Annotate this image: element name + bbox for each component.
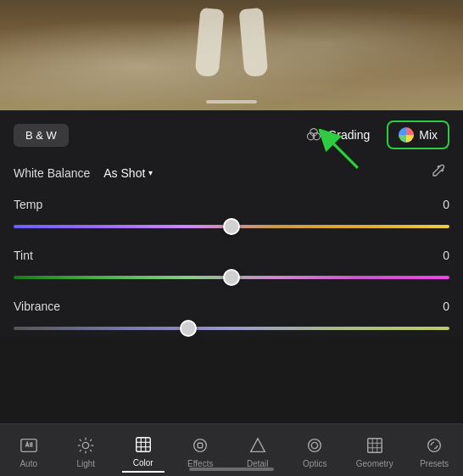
vibrance-value: 0 — [443, 300, 449, 313]
detail-icon — [248, 435, 268, 456]
vibrance-slider-header: Vibrance 0 — [14, 300, 449, 313]
auto-icon — [19, 435, 39, 456]
svg-point-25 — [428, 440, 441, 452]
vibrance-thumb[interactable] — [180, 320, 197, 337]
svg-line-10 — [80, 440, 81, 441]
dog-leg-right — [239, 8, 269, 77]
geometry-icon — [365, 435, 385, 456]
svg-point-5 — [83, 442, 89, 448]
svg-point-23 — [312, 442, 318, 448]
nav-item-auto[interactable]: Auto — [8, 432, 50, 472]
scroll-indicator-top — [206, 100, 257, 104]
tint-slider-row: Tint 0 — [14, 249, 449, 286]
top-button-row: B & W Grading Mix — [14, 120, 449, 149]
light-label: Light — [76, 459, 95, 468]
svg-marker-21 — [251, 439, 265, 452]
svg-rect-20 — [198, 443, 204, 448]
nav-item-detail[interactable]: Detail — [237, 432, 279, 472]
vibrance-slider-row: Vibrance 0 — [14, 300, 449, 337]
color-icon — [133, 434, 153, 455]
effects-icon — [190, 435, 210, 456]
white-balance-value: As Shot — [103, 166, 145, 180]
vibrance-label: Vibrance — [14, 300, 60, 313]
optics-label: Optics — [303, 459, 326, 468]
nav-item-light[interactable]: Light — [64, 432, 107, 472]
svg-point-19 — [194, 440, 207, 452]
edit-panel: B & W Grading Mix White Bal — [0, 110, 463, 337]
temp-slider-row: Temp 0 — [14, 198, 449, 235]
svg-point-22 — [309, 440, 321, 452]
svg-rect-14 — [137, 438, 151, 452]
temp-slider-header: Temp 0 — [14, 198, 449, 211]
arrow-overlay — [319, 129, 361, 175]
temp-thumb[interactable] — [223, 218, 240, 235]
eyedropper-button[interactable] — [427, 161, 449, 184]
white-balance-selector[interactable]: As Shot ▾ — [103, 166, 153, 180]
nav-item-color[interactable]: Color — [122, 431, 165, 473]
tint-slider-header: Tint 0 — [14, 249, 449, 262]
temp-label: Temp — [14, 198, 42, 211]
white-balance-row: White Balance As Shot ▾ — [14, 161, 449, 184]
nav-item-geometry[interactable]: Geometry — [351, 432, 399, 472]
tint-thumb[interactable] — [223, 269, 240, 286]
bottom-scroll-indicator — [189, 468, 274, 471]
mix-button[interactable]: Mix — [387, 120, 449, 149]
nav-item-optics[interactable]: Optics — [293, 432, 336, 472]
tint-value: 0 — [443, 249, 449, 262]
svg-line-11 — [90, 450, 92, 451]
eyedropper-icon — [431, 163, 446, 178]
optics-icon — [304, 435, 325, 456]
light-icon — [75, 435, 96, 456]
mix-label: Mix — [419, 128, 438, 142]
tint-label: Tint — [14, 249, 33, 262]
svg-line-13 — [90, 440, 92, 441]
dog-leg-left — [195, 8, 225, 77]
presets-icon — [424, 435, 444, 456]
photo-preview — [0, 0, 463, 110]
white-balance-label: White Balance — [14, 166, 90, 180]
geometry-label: Geometry — [356, 459, 393, 468]
mix-icon — [399, 127, 414, 143]
bw-button[interactable]: B & W — [14, 124, 69, 147]
color-label: Color — [133, 458, 153, 468]
white-balance-chevron: ▾ — [148, 168, 153, 177]
presets-label: Presets — [420, 459, 449, 468]
nav-item-presets[interactable]: Presets — [413, 432, 455, 472]
svg-line-12 — [80, 450, 81, 451]
temp-value: 0 — [443, 198, 449, 211]
auto-label: Auto — [20, 459, 37, 468]
dog-legs-graphic — [181, 0, 282, 85]
nav-item-effects[interactable]: Effects — [179, 432, 221, 472]
svg-rect-24 — [367, 439, 382, 453]
vibrance-track[interactable] — [14, 327, 449, 330]
green-arrow-icon — [319, 129, 361, 171]
